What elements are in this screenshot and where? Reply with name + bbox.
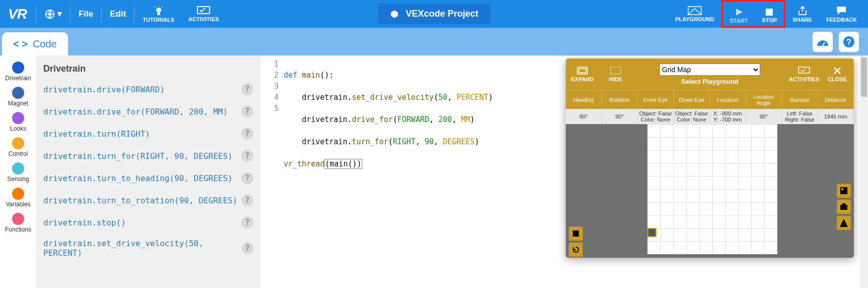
sensor-value: 90°	[746, 109, 782, 124]
subbar-right: ?	[813, 32, 868, 52]
hide-icon	[610, 67, 621, 75]
sensor-value: 1845 mm	[818, 109, 854, 124]
snippet-item[interactable]: drivetrain.turn_to_rotation(90, DEGREES)…	[43, 189, 253, 211]
playground-select[interactable]: Grid Map	[659, 64, 760, 76]
help-icon[interactable]: ?	[241, 105, 253, 118]
snippet-item[interactable]: drivetrain.turn(RIGHT)?	[43, 123, 253, 145]
snippet-item[interactable]: drivetrain.turn_to_heading(90, DEGREES)?	[43, 167, 253, 189]
category-control[interactable]: Control	[9, 135, 28, 159]
sensor-value: Object: FalseColor: None	[638, 109, 674, 124]
share-label: SHARE	[792, 17, 812, 23]
code-tab[interactable]: < > Code	[2, 32, 68, 55]
sub-toolbar: < > Code ?	[0, 28, 868, 55]
file-menu[interactable]: File	[72, 9, 100, 19]
canvas-view3-button[interactable]	[837, 216, 851, 230]
share-button[interactable]: SHARE	[785, 0, 819, 28]
sensor-header: Location	[710, 90, 746, 109]
sensor-header: Down Eye	[674, 90, 710, 109]
category-variables[interactable]: Variables	[6, 186, 30, 210]
code-editor[interactable]: 12345 def main(): drivetrain.set_drive_v…	[260, 55, 868, 288]
camera-icon	[840, 203, 848, 211]
sensor-value: Object: FalseColor: None	[674, 109, 710, 124]
main-area: Drivetrain Magnet Looks Control Sensing …	[0, 55, 868, 288]
scrollbar-thumb[interactable]	[861, 57, 867, 97]
project-name-chip[interactable]: VEXcode Project	[377, 4, 490, 24]
start-stop-highlight: START STOP	[721, 0, 786, 28]
snippet-item[interactable]: drivetrain.turn_for(RIGHT, 90, DEGREES)?	[43, 145, 253, 167]
category-drivetrain[interactable]: Drivetrain	[5, 60, 31, 84]
chevron-down-icon: ▾	[57, 9, 62, 19]
playground-button[interactable]: PLAYGROUND	[669, 0, 721, 28]
sensor-header: Rotation	[602, 90, 638, 109]
category-looks[interactable]: Looks	[10, 110, 26, 134]
help-icon[interactable]: ?	[241, 128, 253, 140]
close-icon	[833, 67, 841, 75]
canvas-view2-button[interactable]	[837, 200, 851, 214]
separator	[101, 5, 102, 23]
playground-select-wrap: Grid Map Select Playground	[632, 62, 787, 87]
category-magnet[interactable]: Magnet	[8, 85, 28, 109]
category-sensing[interactable]: Sensing	[7, 160, 29, 185]
tutorials-button[interactable]: TUTORIALS	[136, 0, 181, 28]
playground-icon	[688, 6, 702, 15]
canvas-view1-button[interactable]	[837, 184, 851, 198]
sensor-value: Left: FalseRight: False	[782, 109, 818, 124]
help-icon[interactable]: ?	[241, 216, 253, 228]
dashboard-button[interactable]	[813, 32, 833, 52]
code-content[interactable]: def main(): drivetrain.set_drive_velocit…	[284, 55, 493, 288]
sensor-value: 90°	[602, 109, 638, 124]
hide-button[interactable]: HIDE	[599, 59, 632, 90]
snippet-item[interactable]: drivetrain.drive_for(FORWARD, 200, MM)?	[43, 100, 253, 123]
sensor-header: Distance	[818, 90, 854, 109]
view-icon	[840, 187, 848, 195]
help-icon[interactable]: ?	[241, 150, 253, 162]
activities-label: ACTIVITIES	[188, 16, 219, 22]
code-icon: < >	[13, 38, 28, 50]
expand-button[interactable]: EXPAND	[566, 59, 599, 90]
activities-icon	[798, 67, 810, 75]
stop-icon	[572, 230, 579, 237]
sensor-headers: Heading Rotation Front Eye Down Eye Loca…	[566, 90, 854, 109]
help-button[interactable]: ?	[839, 32, 859, 52]
start-button[interactable]: START	[723, 2, 755, 29]
sensor-values: 90° 90° Object: FalseColor: None Object:…	[566, 109, 854, 124]
activities-button[interactable]: ACTIVITIES	[181, 0, 226, 28]
close-button[interactable]: CLOSE	[821, 59, 854, 90]
canvas-stop-button[interactable]	[569, 226, 583, 241]
project-name: VEXcode Project	[406, 9, 478, 19]
playground-panel: EXPAND HIDE Grid Map Select Playground A…	[566, 59, 854, 258]
separator	[134, 5, 135, 23]
category-functions[interactable]: Functions	[5, 211, 31, 235]
help-icon[interactable]: ?	[241, 172, 253, 184]
help-icon[interactable]: ?	[241, 194, 253, 206]
help-icon[interactable]: ?	[241, 83, 253, 95]
playground-canvas[interactable]	[566, 124, 854, 258]
feedback-button[interactable]: FEEDBACK	[819, 0, 864, 28]
snippet-item[interactable]: drivetrain.stop()?	[43, 211, 253, 234]
help-icon[interactable]: ?	[242, 242, 253, 254]
svg-point-1	[156, 8, 161, 13]
lightbulb-icon	[153, 6, 165, 16]
svg-rect-8	[579, 69, 586, 73]
stop-button[interactable]: STOP	[755, 2, 784, 29]
page-scrollbar[interactable]	[860, 55, 868, 288]
svg-rect-11	[573, 231, 579, 237]
sensor-header: Location Angle	[746, 90, 782, 109]
svg-rect-15	[842, 203, 845, 205]
sensor-header: Heading	[566, 90, 602, 109]
edit-menu[interactable]: Edit	[103, 9, 133, 19]
svg-rect-13	[841, 188, 843, 190]
tutorials-label: TUTORIALS	[143, 17, 174, 23]
activities-icon	[197, 6, 210, 15]
feedback-label: FEEDBACK	[826, 17, 857, 23]
svg-rect-3	[688, 7, 701, 15]
pg-activities-button[interactable]: ACTIVITIES	[787, 59, 821, 90]
sensor-value: X: -900 mmY: -700 mm	[710, 109, 746, 124]
expand-icon	[577, 67, 588, 75]
globe-icon	[44, 9, 55, 20]
canvas-reset-button[interactable]	[569, 243, 583, 257]
play-icon	[735, 8, 744, 17]
snippet-item[interactable]: drivetrain.drive(FORWARD)?	[43, 78, 253, 100]
snippet-item[interactable]: drivetrain.set_drive_velocity(50, PERCEN…	[43, 234, 253, 263]
language-menu[interactable]: ▾	[37, 9, 69, 20]
